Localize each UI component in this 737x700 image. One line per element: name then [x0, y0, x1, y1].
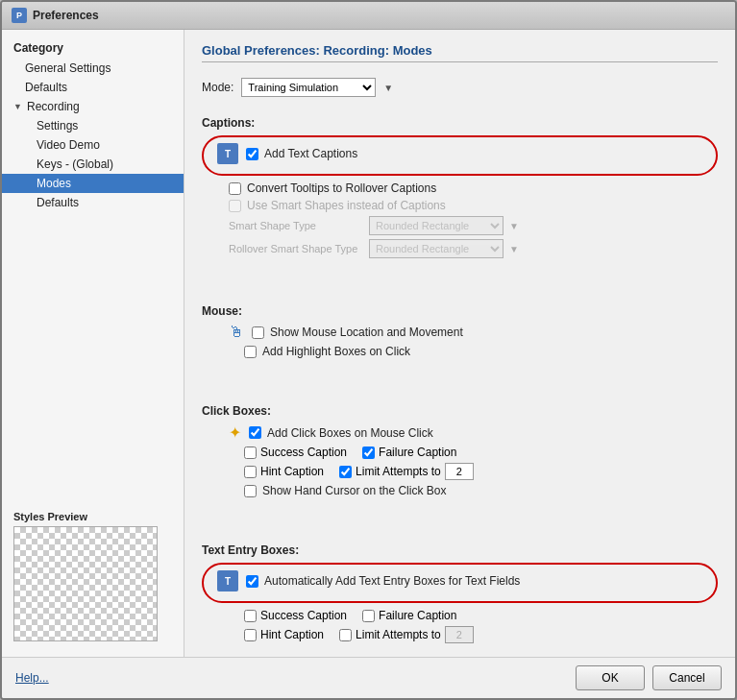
click-success-label[interactable]: Success Caption — [260, 446, 347, 459]
show-mouse-checkbox[interactable] — [252, 326, 264, 339]
text-success-label[interactable]: Success Caption — [260, 609, 347, 622]
dialog-content: Category General Settings Defaults ▼ Rec… — [2, 30, 735, 657]
rollover-smart-label: Rollover Smart Shape Type — [229, 243, 363, 254]
text-entry-icon: T — [217, 570, 238, 591]
mode-label: Mode: — [202, 81, 233, 94]
convert-tooltips-row: Convert Tooltips to Rollover Captions — [202, 181, 718, 195]
text-failure-checkbox[interactable] — [362, 610, 375, 622]
show-hand-cursor-checkbox[interactable] — [244, 485, 257, 497]
text-failure-label[interactable]: Failure Caption — [379, 609, 456, 622]
click-icon: ✦ — [229, 423, 241, 442]
mouse-icon: 🖱 — [229, 324, 244, 341]
left-panel: Category General Settings Defaults ▼ Rec… — [2, 30, 184, 657]
mode-row: Mode: Training Simulation Assessment Dem… — [202, 78, 718, 97]
click-failure-checkbox[interactable] — [362, 447, 375, 459]
click-captions-row: Success Caption Failure Caption — [202, 446, 718, 459]
click-limit-label[interactable]: Limit Attempts to — [356, 465, 441, 478]
show-hand-cursor-row: Show Hand Cursor on the Click Box — [202, 484, 718, 497]
captions-title: Captions: — [202, 116, 718, 130]
sidebar-item-rec-defaults[interactable]: Defaults — [2, 193, 184, 212]
add-click-boxes-row: ✦ Add Click Boxes on Mouse Click — [202, 423, 718, 442]
title-bar: P Preferences — [2, 2, 735, 30]
styles-preview-section: Styles Preview — [2, 503, 184, 649]
dialog-title: Preferences — [33, 9, 99, 22]
recording-label: Recording — [27, 100, 80, 113]
click-failure-pair: Failure Caption — [362, 446, 456, 459]
add-click-boxes-checkbox[interactable] — [249, 426, 261, 439]
cancel-button[interactable]: Cancel — [652, 665, 722, 690]
mode-dropdown-arrow: ▼ — [383, 83, 393, 93]
text-hint-pair: Hint Caption — [244, 628, 324, 641]
text-hint-label[interactable]: Hint Caption — [260, 628, 324, 641]
text-entry-highlight: T Automatically Add Text Entry Boxes for… — [202, 563, 718, 603]
use-smart-shapes-checkbox[interactable] — [229, 200, 241, 212]
rollover-smart-shape-row: Rollover Smart Shape Type Rounded Rectan… — [202, 239, 718, 258]
show-hand-cursor-label[interactable]: Show Hand Cursor on the Click Box — [262, 484, 446, 497]
add-highlight-checkbox[interactable] — [244, 346, 257, 358]
video-demo-label: Video Demo — [37, 138, 100, 152]
auto-add-label[interactable]: Automatically Add Text Entry Boxes for T… — [264, 574, 520, 588]
text-success-checkbox[interactable] — [244, 610, 257, 622]
use-smart-shapes-label[interactable]: Use Smart Shapes instead of Captions — [247, 199, 446, 212]
add-click-boxes-label[interactable]: Add Click Boxes on Mouse Click — [267, 426, 433, 440]
bottom-bar: Help... OK Cancel — [2, 657, 735, 698]
expand-arrow: ▼ — [13, 102, 23, 111]
click-limit-input[interactable] — [445, 463, 474, 480]
click-hint-row: Hint Caption Limit Attempts to — [202, 463, 718, 480]
text-limit-input[interactable] — [445, 626, 474, 643]
dialog-icon: P — [12, 8, 27, 23]
add-highlight-row: Add Highlight Boxes on Click — [202, 345, 718, 358]
settings-label: Settings — [37, 119, 78, 133]
text-entry-section: Text Entry Boxes: T Automatically Add Te… — [202, 543, 718, 647]
sidebar-item-modes[interactable]: Modes — [2, 174, 184, 193]
smart-shape-type-dropdown[interactable]: Rounded Rectangle — [369, 216, 504, 235]
general-label: General Settings — [25, 61, 111, 75]
auto-add-checkbox[interactable] — [246, 575, 258, 588]
click-hint-checkbox[interactable] — [244, 466, 257, 478]
click-failure-label[interactable]: Failure Caption — [379, 446, 456, 459]
auto-add-row: T Automatically Add Text Entry Boxes for… — [213, 570, 706, 591]
caption-icon: T — [217, 143, 238, 164]
convert-tooltips-label[interactable]: Convert Tooltips to Rollover Captions — [247, 181, 436, 195]
click-hint-label[interactable]: Hint Caption — [260, 465, 324, 478]
rollover-smart-dropdown[interactable]: Rounded Rectangle — [369, 239, 504, 258]
text-limit-pair: Limit Attempts to — [339, 626, 474, 643]
add-text-captions-label[interactable]: Add Text Captions — [264, 147, 357, 160]
ok-button[interactable]: OK — [576, 665, 645, 690]
styles-preview-label: Styles Preview — [13, 511, 172, 522]
click-boxes-title: Click Boxes: — [202, 404, 718, 418]
preferences-dialog: P Preferences Category General Settings … — [0, 0, 737, 700]
panel-title: Global Preferences: Recording: Modes — [202, 43, 718, 62]
dialog-buttons: OK Cancel — [576, 665, 722, 690]
text-hint-checkbox[interactable] — [244, 629, 257, 641]
sidebar-item-keys-global[interactable]: Keys - (Global) — [2, 155, 184, 174]
add-text-captions-row: T Add Text Captions — [213, 143, 706, 164]
styles-preview-box — [13, 526, 158, 641]
click-limit-checkbox[interactable] — [339, 466, 352, 478]
add-text-captions-highlight: T Add Text Captions — [202, 135, 718, 176]
captions-section: Captions: T Add Text Captions Convert To… — [202, 116, 718, 262]
smart-shape-type-label: Smart Shape Type — [229, 220, 363, 231]
show-mouse-row: 🖱 Show Mouse Location and Movement — [202, 324, 718, 341]
click-success-checkbox[interactable] — [244, 447, 257, 459]
sidebar-item-general[interactable]: General Settings — [2, 59, 184, 78]
text-limit-label[interactable]: Limit Attempts to — [356, 628, 441, 641]
text-success-pair: Success Caption — [244, 609, 347, 622]
click-hint-pair: Hint Caption — [244, 465, 324, 478]
show-mouse-label[interactable]: Show Mouse Location and Movement — [270, 326, 463, 339]
smart-shape-type-row: Smart Shape Type Rounded Rectangle ▼ — [202, 216, 718, 235]
sidebar-item-recording[interactable]: ▼ Recording — [2, 97, 184, 116]
add-text-captions-checkbox[interactable] — [246, 148, 258, 160]
convert-tooltips-checkbox[interactable] — [229, 182, 241, 195]
mode-dropdown[interactable]: Training Simulation Assessment Demo — [241, 78, 376, 97]
sidebar-item-settings[interactable]: Settings — [2, 116, 184, 135]
add-highlight-label[interactable]: Add Highlight Boxes on Click — [262, 345, 410, 358]
sidebar-item-defaults[interactable]: Defaults — [2, 78, 184, 97]
text-hint-row: Hint Caption Limit Attempts to — [202, 626, 718, 643]
text-entry-captions-row: Success Caption Failure Caption — [202, 609, 718, 622]
sidebar-item-video-demo[interactable]: Video Demo — [2, 135, 184, 155]
text-limit-checkbox[interactable] — [339, 629, 352, 641]
rec-defaults-label: Defaults — [37, 196, 79, 209]
mouse-title: Mouse: — [202, 304, 718, 318]
help-link[interactable]: Help... — [15, 671, 49, 685]
